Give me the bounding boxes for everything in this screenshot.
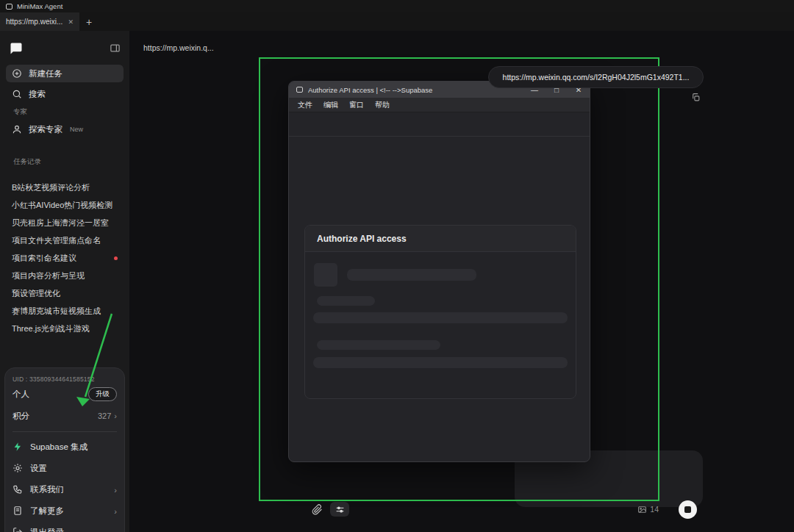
points-row[interactable]: 积分 327› <box>12 405 117 427</box>
user-uid: UID : 335809344641585152 <box>12 375 117 383</box>
window-title: Authorize API access | <!-- -->Supabase <box>308 86 523 94</box>
learn-more-label: 了解更多 <box>30 506 107 517</box>
url-pill[interactable]: https://mp.weixin.qq.com/s/I2RgH04J2l5mG… <box>488 66 704 88</box>
stop-icon <box>684 506 691 513</box>
composer-toolbar: 14 <box>312 498 703 520</box>
settings-sliders-icon[interactable] <box>330 502 349 517</box>
logout-item[interactable]: 退出登录 <box>12 522 117 532</box>
logout-label: 退出登录 <box>30 527 117 532</box>
skeleton-line <box>313 312 568 323</box>
authorize-window: Authorize API access | <!-- -->Supabase … <box>288 81 590 462</box>
menu-file[interactable]: 文件 <box>298 100 312 110</box>
authorize-card: Authorize API access <box>304 225 576 399</box>
upgrade-button[interactable]: 升级 <box>88 387 117 401</box>
chevron-right-icon: › <box>114 507 117 516</box>
contact-us-item[interactable]: 联系我们 › <box>12 479 117 500</box>
new-badge: New <box>70 126 83 133</box>
attachment-icon[interactable] <box>312 504 323 515</box>
window-header-band <box>289 112 590 137</box>
task-item[interactable]: B站秋芝视频评论分析 <box>6 179 124 195</box>
titlebar: MiniMax Agent <box>0 0 794 12</box>
phone-icon <box>12 484 24 495</box>
user-panel: UID : 335809344641585152 个人 升级 积分 327› S… <box>4 367 125 532</box>
task-item[interactable]: 预设管理优化 <box>6 285 124 301</box>
settings-item[interactable]: 设置 <box>12 458 117 479</box>
stop-button[interactable] <box>679 500 697 519</box>
skeleton-line <box>317 340 440 350</box>
task-item[interactable]: 项目文件夹管理痛点命名 <box>6 232 124 248</box>
explore-experts-icon <box>12 124 23 135</box>
window-menubar: 文件 编辑 窗口 帮助 <box>289 98 590 112</box>
search-icon <box>12 89 23 100</box>
points-label: 积分 <box>12 411 29 422</box>
main-area: https://mp.weixin.q... https://mp.weixin… <box>129 31 794 532</box>
menu-help[interactable]: 帮助 <box>375 100 390 110</box>
tab-bar: https://mp.weixi... ✕ + <box>0 12 794 31</box>
document-icon <box>12 506 24 517</box>
skeleton-line <box>313 357 568 368</box>
menu-edit[interactable]: 编辑 <box>323 100 338 110</box>
personal-label: 个人 <box>12 389 29 400</box>
copy-icon[interactable] <box>691 93 701 102</box>
gear-icon <box>12 463 24 474</box>
skeleton-avatar <box>314 263 337 287</box>
page-url-text: https://mp.weixin.q... <box>143 43 214 52</box>
points-value: 327 <box>98 411 111 420</box>
menu-window[interactable]: 窗口 <box>349 100 364 110</box>
task-item[interactable]: 赛博朋克城市短视频生成 <box>6 303 124 319</box>
task-item[interactable]: Three.js光剑战斗游戏 <box>6 320 124 337</box>
explore-experts-button[interactable]: 探索专家 New <box>6 121 124 138</box>
sidebar: 新建任务 搜索 专家 探索专家 New 任务记录 B站秋芝视频评论分析 小红书A… <box>0 31 129 532</box>
task-item[interactable]: 项目内容分析与呈现 <box>6 267 124 284</box>
plus-circle-icon <box>12 68 23 79</box>
chevron-right-icon: › <box>114 411 117 420</box>
panel-toggle-icon[interactable] <box>110 43 121 54</box>
window-icon <box>296 87 303 93</box>
supabase-label: Supabase 集成 <box>30 442 117 453</box>
supabase-integration-item[interactable]: Supabase 集成 <box>12 436 117 458</box>
authorize-card-title: Authorize API access <box>305 226 576 252</box>
unread-dot <box>114 256 118 260</box>
new-tab-button[interactable]: + <box>79 12 99 31</box>
tab-close-icon[interactable]: ✕ <box>68 18 74 26</box>
search-button[interactable]: 搜索 <box>6 85 124 103</box>
explore-experts-label: 探索专家 <box>29 124 62 135</box>
image-count[interactable]: 14 <box>637 505 659 514</box>
learn-more-item[interactable]: 了解更多 › <box>12 500 117 522</box>
search-label: 搜索 <box>29 89 46 100</box>
screen: MiniMax Agent https://mp.weixi... ✕ + 新建… <box>0 0 794 532</box>
task-item[interactable]: 项目索引命名建议 <box>6 250 124 266</box>
app-icon <box>6 4 12 10</box>
tab-title: https://mp.weixi... <box>6 18 62 26</box>
chat-logo-icon[interactable] <box>9 41 24 56</box>
image-icon <box>637 505 647 514</box>
lightning-bolt-icon <box>12 442 24 453</box>
experts-section-label: 专家 <box>13 107 27 117</box>
panel-divider <box>12 431 117 432</box>
logout-icon <box>12 527 24 532</box>
task-item[interactable]: 小红书AIVideo热门视频检测 <box>6 197 124 213</box>
tasks-section-label: 任务记录 <box>13 157 41 167</box>
chevron-right-icon: › <box>114 486 117 495</box>
task-item[interactable]: 贝壳租房上海漕河泾一居室 <box>6 215 124 231</box>
new-task-label: 新建任务 <box>29 68 62 79</box>
contact-us-label: 联系我们 <box>30 484 107 495</box>
image-count-value: 14 <box>650 505 659 514</box>
authorize-card-body <box>305 252 576 399</box>
settings-label: 设置 <box>30 463 117 474</box>
browser-tab[interactable]: https://mp.weixi... ✕ <box>0 12 79 31</box>
skeleton-line <box>347 269 476 281</box>
new-task-button[interactable]: 新建任务 <box>6 65 124 82</box>
skeleton-line <box>317 296 375 306</box>
app-title: MiniMax Agent <box>17 2 62 10</box>
